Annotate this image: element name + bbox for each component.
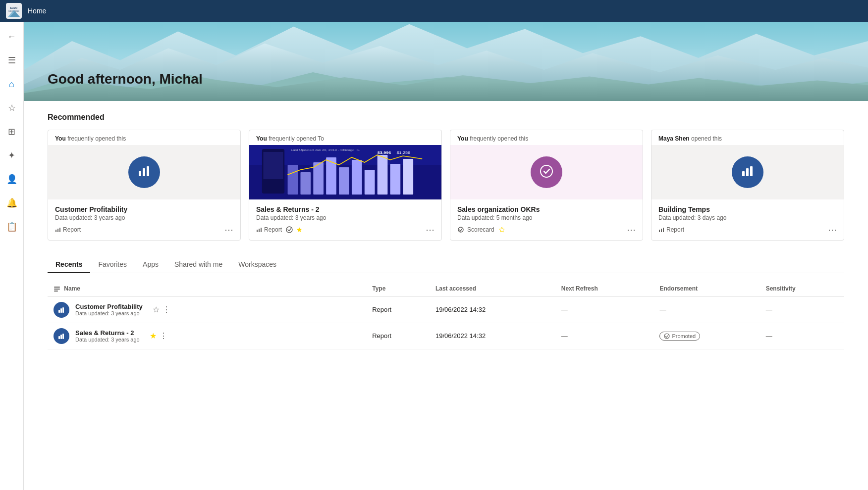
recents-tabs: Recents Favorites Apps Shared with me Wo… [48, 256, 844, 273]
svg-rect-13 [57, 229, 58, 232]
svg-rect-14 [59, 228, 60, 232]
tab-apps[interactable]: Apps [135, 256, 166, 273]
menu-icon: ☰ [8, 55, 16, 66]
card-4-thumb [651, 145, 844, 199]
svg-point-38 [458, 227, 463, 232]
recommended-card-2[interactable]: You frequently opened To [249, 130, 442, 241]
sidebar-item-favorites[interactable]: ☆ [1, 97, 23, 119]
row-2-next-refresh: — [555, 323, 654, 349]
card-4-footer: Building Temps Data updated: 3 days ago … [651, 199, 844, 240]
col-last-accessed: Last accessed [430, 281, 555, 296]
svg-rect-11 [147, 166, 149, 176]
card-4-name: Building Temps [658, 205, 837, 213]
row-1-item-name: Customer Profitability [75, 303, 143, 310]
sidebar-item-back[interactable]: ← [1, 26, 23, 48]
card-4-more-button[interactable]: ⋯ [828, 225, 837, 234]
row-1-type: Report [366, 296, 430, 323]
svg-rect-28 [403, 159, 413, 195]
card-3-updated: Data updated: 5 months ago [457, 214, 636, 221]
row-1-more-button[interactable]: ⋮ [163, 305, 170, 314]
sidebar-item-home[interactable]: ⌂ [1, 73, 23, 95]
card-3-meta: Scorecard ⋯ [457, 225, 636, 234]
card-2-more-button[interactable]: ⋯ [426, 225, 434, 234]
card-2-reason: You [256, 135, 267, 142]
recommended-title: Recommended [48, 113, 844, 122]
star-icon: ☆ [8, 102, 16, 113]
svg-rect-49 [58, 310, 60, 313]
sidebar-item-apps[interactable]: ⊞ [1, 121, 23, 143]
card-1-reason: You [55, 135, 66, 142]
row-1-sensitivity: — [760, 296, 844, 323]
sidebar-item-explore[interactable]: 👤 [1, 168, 23, 190]
card-1-more-button[interactable]: ⋯ [224, 225, 233, 234]
svg-rect-21 [313, 162, 324, 195]
promoted-badge: Promoted [659, 332, 700, 341]
card-3-more-button[interactable]: ⋯ [627, 225, 636, 234]
svg-rect-46 [54, 287, 60, 288]
card-2-updated: Data updated: 3 years ago [256, 214, 434, 221]
card-4-updated: Data updated: 3 days ago [658, 214, 837, 221]
card-4-header: Maya Shen opened this [651, 130, 844, 145]
svg-rect-19 [288, 165, 298, 195]
card-2-reason-suffix: frequently opened To [269, 135, 324, 142]
row-2-more-button[interactable]: ⋮ [160, 331, 167, 341]
row-1-name-cell: Customer Profitability Data updated: 3 y… [48, 296, 366, 323]
card-4-meta: Report ⋯ [658, 225, 837, 234]
svg-rect-50 [60, 308, 62, 313]
svg-rect-27 [390, 164, 401, 195]
svg-text:ELMO: ELMO [10, 6, 18, 9]
svg-rect-18 [263, 152, 283, 179]
svg-marker-36 [297, 227, 302, 232]
card-4-type: Report [658, 226, 684, 233]
tab-workspaces[interactable]: Workspaces [230, 256, 284, 273]
svg-rect-44 [661, 229, 662, 232]
card-1-meta: Report ⋯ [55, 225, 233, 234]
svg-point-37 [541, 165, 552, 177]
row-1-name-info: Customer Profitability Data updated: 3 y… [75, 303, 143, 316]
svg-rect-53 [60, 335, 62, 339]
row-1-star-button[interactable]: ☆ [153, 305, 160, 314]
row-2-name-info: Sales & Returns - 2 Data updated: 3 year… [75, 329, 140, 343]
table-header-row: Name Type Last accessed Next Refresh End… [48, 281, 844, 296]
sidebar-item-notifications[interactable]: 🔔 [1, 192, 23, 214]
sidebar-item-workspaces[interactable]: 📋 [1, 216, 23, 238]
table-row: Sales & Returns - 2 Data updated: 3 year… [48, 323, 844, 349]
col-sensitivity: Sensitivity [760, 281, 844, 296]
recommended-card-3[interactable]: You frequently opened this Sales organiz… [450, 130, 643, 241]
row-2-star-button[interactable]: ★ [150, 331, 157, 341]
workspaces-icon: 📋 [6, 221, 17, 232]
tab-favorites[interactable]: Favorites [90, 256, 135, 273]
card-1-name: Customer Profitability [55, 205, 233, 213]
card-2-thumb: Last Updated Jan 20, 2019 - Chicago, IL … [249, 145, 441, 199]
app-logo: ELMO SKI HOUSE [6, 3, 22, 19]
recommended-card-1[interactable]: You frequently opened this Customer Prof… [48, 130, 241, 241]
row-1-item-updated: Data updated: 3 years ago [75, 310, 143, 316]
card-1-icon-circle [128, 156, 160, 188]
row-2-type: Report [366, 323, 430, 349]
sidebar-item-create[interactable]: ✦ [1, 145, 23, 166]
card-2-name: Sales & Returns - 2 [256, 205, 434, 213]
card-4-reason-suffix: opened this [691, 135, 722, 142]
row-2-last-accessed: 19/06/2022 14:32 [430, 323, 555, 349]
svg-rect-54 [62, 334, 64, 339]
svg-rect-42 [750, 166, 753, 176]
recommended-section: Recommended You frequently opened this [48, 113, 844, 241]
svg-rect-33 [259, 229, 260, 232]
recommended-card-4[interactable]: Maya Shen opened this Building Temps Dat… [651, 130, 844, 241]
row-1-endorsement: — [653, 296, 760, 323]
card-2-footer: Sales & Returns - 2 Data updated: 3 year… [249, 199, 441, 240]
row-2-endorsement: Promoted [653, 323, 760, 349]
tab-shared[interactable]: Shared with me [166, 256, 230, 273]
card-3-name: Sales organization OKRs [457, 205, 636, 213]
create-icon: ✦ [8, 150, 15, 161]
content-area: Recommended You frequently opened this [24, 101, 868, 361]
svg-text:Last Updated Jan 20, 2019 - Ch: Last Updated Jan 20, 2019 - Chicago, IL [291, 148, 360, 152]
row-2-name-cell: Sales & Returns - 2 Data updated: 3 year… [48, 323, 366, 349]
sidebar-item-menu[interactable]: ☰ [1, 49, 23, 71]
col-type: Type [366, 281, 430, 296]
svg-rect-24 [352, 160, 362, 195]
row-1-next-refresh: — [555, 296, 654, 323]
tab-recents[interactable]: Recents [48, 256, 90, 273]
hero-greeting: Good afternoon, Michal [48, 71, 203, 87]
row-2-item-updated: Data updated: 3 years ago [75, 337, 140, 343]
